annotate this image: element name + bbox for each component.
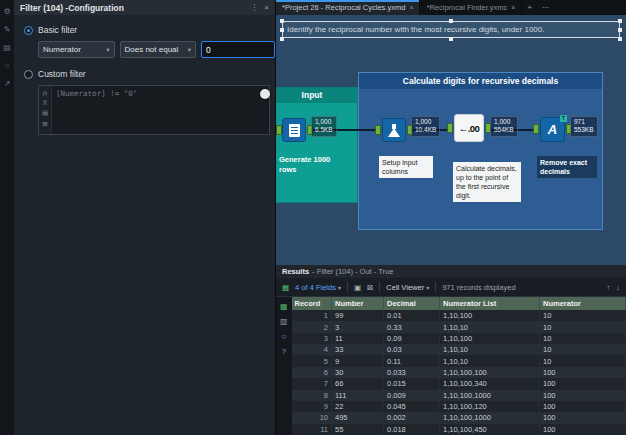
table-row[interactable]: 4330.031,10,1010 [292, 344, 626, 355]
column-header[interactable]: Numerator [540, 297, 626, 310]
table-row[interactable]: 6300.0331,10,100,100100 [292, 367, 626, 378]
tool-annotation: 1,000 10.4KB [411, 116, 440, 137]
gear-icon[interactable]: ⚙ [3, 7, 10, 16]
tool-generate-rows[interactable] [282, 118, 306, 142]
cell-viewer-dropdown[interactable]: Cell Viewer ▾ [386, 283, 429, 292]
column-header[interactable]: Record [292, 297, 332, 310]
close-tab-icon[interactable]: × [511, 4, 515, 11]
table-row[interactable]: 7660.0151,10,100,340100 [292, 378, 626, 389]
folder-icon[interactable]: ▤ [42, 109, 48, 117]
custom-expression-text: [Numerator] != "0" [52, 86, 141, 134]
custom-filter-label: Custom filter [38, 69, 86, 79]
table-cell: 1,10,100 [440, 333, 540, 344]
selection-handle[interactable] [618, 28, 622, 32]
edit-cells-icon[interactable]: ▣ [354, 283, 361, 292]
functions-icon[interactable]: fx [43, 89, 48, 96]
table-row[interactable]: 230.331,10,1010 [292, 321, 626, 332]
table-cell: 100 [540, 424, 626, 435]
input-anchor[interactable] [276, 125, 282, 135]
table-row[interactable]: 1990.011,10,10010 [292, 310, 626, 321]
scroll-up-icon[interactable]: ↑ [607, 283, 611, 292]
config-panel-body: Basic filter Numerator ▾ Does not equal … [14, 15, 275, 135]
fields-dropdown[interactable]: 4 of 4 Fields ▾ [295, 283, 341, 292]
canvas-comment[interactable]: Identify the reciprocal number with the … [282, 21, 620, 38]
scroll-down-icon[interactable]: ↓ [616, 283, 620, 292]
saved-expressions-icon[interactable]: ⊞ [42, 120, 47, 128]
layers-icon[interactable]: ▤ [3, 43, 11, 52]
custom-filter-radio[interactable] [24, 70, 33, 79]
tab-reciprocal-finder[interactable]: *Reciprocal Finder.yxmc × [420, 0, 522, 15]
selection-handle[interactable] [618, 19, 622, 23]
table-row[interactable]: 590.111,10,1010 [292, 355, 626, 366]
table-cell: 0.03 [384, 344, 440, 355]
table-cell: 1,10,100,1000 [440, 412, 540, 423]
column-header[interactable]: Number [332, 297, 384, 310]
selection-handle[interactable] [449, 37, 453, 41]
new-tab-button[interactable]: + [522, 0, 536, 15]
variables-icon[interactable]: X [43, 99, 47, 106]
flask-icon [388, 124, 400, 137]
tab-overflow-button[interactable]: ⋯ [537, 0, 555, 15]
custom-expression-editor[interactable]: fx X ▤ ⊞ [Numerator] != "0" [38, 85, 270, 135]
table-cell: 55 [332, 424, 384, 435]
metadata-view-icon[interactable]: ▥ [280, 317, 288, 326]
container-input-title: Input [276, 88, 357, 103]
table-row[interactable]: 81110.0091,10,100,1000100 [292, 390, 626, 401]
selection-handle[interactable] [280, 37, 284, 41]
config-panel-title: Filter (104) -Configuration [20, 3, 124, 13]
table-cell: 10 [540, 321, 626, 332]
table-cell: 0.033 [384, 367, 440, 378]
document-icon [289, 124, 300, 137]
selection-handle[interactable] [280, 28, 284, 32]
clear-cells-icon[interactable]: ⊠ [367, 283, 373, 292]
search-icon[interactable]: ○ [281, 332, 286, 341]
results-panel: Results - Filter (104) - Out - True ▦ 4 … [276, 265, 626, 435]
field-select[interactable]: Numerator ▾ [38, 41, 115, 58]
table-cell: 1,10,10 [440, 321, 540, 332]
selection-handle[interactable] [280, 19, 284, 23]
table-row[interactable]: 9220.0451,10,100,120100 [292, 401, 626, 412]
table-row[interactable]: 104950.0021,10,100,1000100 [292, 412, 626, 423]
help-icon[interactable]: ? [282, 347, 286, 356]
workspace: *Project 26 - Reciprocal Cycles.yxmd × *… [276, 0, 626, 435]
decimal-arrow-icon: ←.00 [459, 123, 480, 134]
table-row[interactable]: 3110.091,10,10010 [292, 333, 626, 344]
pencil-icon[interactable]: ✎ [4, 25, 11, 34]
tool-label: Calculate decimals, up to the point of t… [453, 162, 521, 202]
basic-filter-radio[interactable] [24, 26, 33, 35]
app-window: ⚙ ✎ ▤ ○ ↗ Filter (104) -Configuration ⋮ … [0, 0, 626, 435]
tool-setup-columns[interactable] [382, 118, 406, 142]
input-anchor[interactable] [447, 123, 453, 133]
tool-remove-exact[interactable]: A T [540, 117, 565, 142]
chevron-down-icon: ▾ [106, 46, 109, 54]
tab-project-26[interactable]: *Project 26 - Reciprocal Cycles.yxmd × [276, 0, 420, 15]
input-anchor[interactable] [533, 124, 539, 134]
table-cell: 0.09 [384, 333, 440, 344]
column-header[interactable]: Numerator List [440, 297, 540, 310]
selection-handle[interactable] [449, 19, 453, 23]
basic-filter-label: Basic filter [38, 25, 77, 35]
selection-handle[interactable] [618, 37, 622, 41]
operator-select[interactable]: Does not equal ▾ [120, 41, 197, 58]
close-tab-icon[interactable]: × [409, 4, 413, 11]
table-view-icon[interactable]: ▦ [280, 302, 288, 311]
kebab-menu-icon[interactable]: ⋮ [250, 3, 258, 12]
workflow-canvas[interactable]: Identify the reciprocal number with the … [276, 15, 626, 265]
input-anchor[interactable] [375, 125, 381, 135]
container-input[interactable]: Input [276, 87, 358, 203]
share-icon[interactable]: ↗ [4, 79, 11, 88]
expression-editor-toolbar: fx X ▤ ⊞ [39, 86, 52, 134]
table-cell: 0.01 [384, 310, 440, 321]
circle-icon[interactable]: ○ [5, 61, 10, 70]
table-cell: 100 [540, 378, 626, 389]
close-panel-icon[interactable]: × [264, 3, 269, 12]
column-header[interactable]: Decimal [384, 297, 440, 310]
tool-calculate-decimals[interactable]: ←.00 [454, 114, 484, 142]
results-table-body: 1990.011,10,10010230.331,10,10103110.091… [292, 310, 626, 435]
table-cell: 111 [332, 390, 384, 401]
container-calculate[interactable]: Calculate digits for recursive decimals [358, 72, 603, 230]
filter-value-input[interactable] [201, 41, 275, 58]
table-row[interactable]: 11550.0181,10,100,450100 [292, 424, 626, 435]
table-cell: 100 [540, 390, 626, 401]
config-panel: Filter (104) -Configuration ⋮ × Basic fi… [14, 0, 276, 435]
